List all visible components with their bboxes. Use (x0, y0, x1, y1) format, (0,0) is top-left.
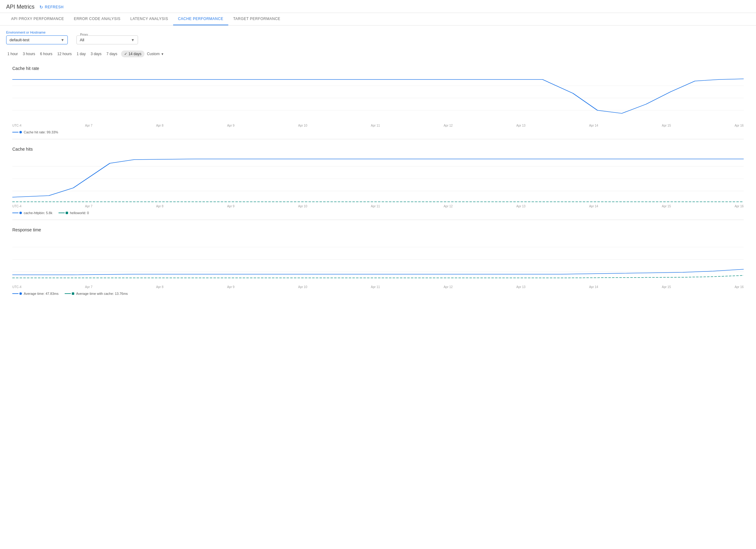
header: API Metrics ↻ REFRESH (0, 0, 756, 13)
all-charts: Cache hit rate UTC-4Apr 7Apr 8Apr 9Apr 1… (0, 61, 756, 300)
page-title: API Metrics (6, 4, 35, 10)
x-label: Apr 14 (589, 285, 598, 289)
x-label: Apr 16 (734, 285, 743, 289)
response-time-section: Response time UTC-4Apr 7Apr 8Apr 9Apr 10… (12, 222, 744, 300)
tab-api-proxy[interactable]: API PROXY PERFORMANCE (6, 13, 69, 25)
chevron-down-icon: ▼ (61, 38, 64, 42)
x-label: Apr 11 (371, 285, 380, 289)
x-label: Apr 11 (371, 205, 380, 208)
x-label: Apr 12 (444, 205, 453, 208)
x-label: Apr 16 (734, 124, 743, 127)
time-filter-7d[interactable]: 7 days (105, 51, 119, 57)
legend-cache-httpbin: cache-httpbin: 5.8k (12, 211, 52, 215)
x-label: Apr 14 (589, 124, 598, 127)
refresh-label: REFRESH (45, 5, 64, 9)
cache-hits-section: Cache hits UTC-4Apr 7Apr 8Apr 9Apr 10Apr… (12, 142, 744, 220)
response-time-x-axis: UTC-4Apr 7Apr 8Apr 9Apr 10Apr 11Apr 12Ap… (12, 284, 744, 290)
legend-cache-hit-rate: Cache hit rate: 99.33% (12, 130, 58, 134)
environment-value: default-test (10, 38, 61, 42)
legend-helloworld: helloworld: 0 (59, 211, 89, 215)
x-label: Apr 9 (227, 124, 234, 127)
time-filter-12h[interactable]: 12 hours (56, 51, 73, 57)
custom-label: Custom (147, 52, 160, 56)
tab-error-code[interactable]: ERROR CODE ANALYSIS (69, 13, 125, 25)
environment-select[interactable]: default-test ▼ (6, 35, 68, 44)
legend-helloworld-label: helloworld: 0 (70, 211, 89, 215)
x-label: Apr 14 (589, 205, 598, 208)
cache-hit-rate-x-axis: UTC-4Apr 7Apr 8Apr 9Apr 10Apr 11Apr 12Ap… (12, 123, 744, 128)
check-icon: ✓ (124, 52, 127, 56)
time-filter-bar: 1 hour3 hours6 hours12 hours1 day3 days7… (0, 49, 756, 61)
x-label: Apr 13 (516, 124, 525, 127)
filters-bar: Environment or Hostname default-test ▼ P… (0, 26, 756, 49)
time-filter-3h[interactable]: 3 hours (22, 51, 36, 57)
x-label: Apr 11 (371, 124, 380, 127)
time-filter-custom[interactable]: Custom▼ (147, 52, 164, 56)
cache-hit-rate-title: Cache hit rate (12, 61, 744, 73)
cache-hits-legend: cache-httpbin: 5.8k helloworld: 0 (12, 209, 744, 216)
x-label: Apr 8 (156, 205, 164, 208)
x-label: Apr 12 (444, 285, 453, 289)
x-label: Apr 9 (227, 205, 234, 208)
x-label: Apr 10 (298, 285, 307, 289)
x-label: UTC-4 (12, 205, 21, 208)
x-label: UTC-4 (12, 124, 21, 127)
environment-filter: Environment or Hostname default-test ▼ (6, 31, 68, 44)
x-label: Apr 13 (516, 285, 525, 289)
tab-latency[interactable]: LATENCY ANALYSIS (125, 13, 173, 25)
time-filter-1h[interactable]: 1 hour (6, 51, 19, 57)
x-label: Apr 15 (662, 124, 671, 127)
cache-hits-x-axis: UTC-4Apr 7Apr 8Apr 9Apr 10Apr 11Apr 12Ap… (12, 203, 744, 209)
response-time-title: Response time (12, 222, 744, 235)
legend-cache-httpbin-label: cache-httpbin: 5.8k (24, 211, 52, 215)
x-label: Apr 8 (156, 124, 164, 127)
x-label: Apr 15 (662, 285, 671, 289)
tab-target[interactable]: TARGET PERFORMANCE (228, 13, 285, 25)
chevron-down-icon: ▼ (161, 52, 164, 56)
cache-hit-rate-section: Cache hit rate UTC-4Apr 7Apr 8Apr 9Apr 1… (12, 61, 744, 139)
environment-label: Environment or Hostname (6, 31, 68, 34)
x-label: Apr 12 (444, 124, 453, 127)
cache-hit-rate-legend: Cache hit rate: 99.33% (12, 128, 744, 135)
cache-hits-title: Cache hits (12, 142, 744, 154)
x-label: Apr 8 (156, 285, 164, 289)
response-time-legend: Average time: 47.83ms Average time with … (12, 290, 744, 297)
legend-avg-time-label: Average time: 47.83ms (24, 292, 59, 295)
time-filter-14d[interactable]: ✓ 14 days (121, 51, 144, 57)
proxy-filter: Proxy All ▼ (76, 35, 138, 44)
x-label: Apr 7 (85, 205, 92, 208)
tab-cache[interactable]: CACHE PERFORMANCE (173, 13, 228, 25)
refresh-button[interactable]: ↻ REFRESH (39, 5, 63, 10)
x-label: Apr 7 (85, 124, 92, 127)
legend-avg-time: Average time: 47.83ms (12, 292, 59, 295)
x-label: Apr 15 (662, 205, 671, 208)
chevron-down-icon: ▼ (131, 38, 135, 42)
time-filter-6h[interactable]: 6 hours (39, 51, 54, 57)
x-label: Apr 9 (227, 285, 234, 289)
cache-hits-chart (12, 154, 744, 203)
x-label: Apr 10 (298, 205, 307, 208)
refresh-icon: ↻ (39, 5, 43, 10)
time-filter-3d[interactable]: 3 days (89, 51, 103, 57)
x-label: UTC-4 (12, 285, 21, 289)
x-label: Apr 10 (298, 124, 307, 127)
x-label: Apr 16 (734, 205, 743, 208)
x-label: Apr 13 (516, 205, 525, 208)
proxy-value: All (80, 38, 131, 42)
legend-avg-time-cache-label: Average time with cache: 13.76ms (76, 292, 128, 295)
cache-hit-rate-chart (12, 73, 744, 123)
x-label: Apr 7 (85, 285, 92, 289)
proxy-select[interactable]: All ▼ (76, 35, 138, 44)
response-time-chart (12, 235, 744, 284)
legend-avg-time-cache: Average time with cache: 13.76ms (65, 292, 128, 295)
legend-cache-hit-rate-label: Cache hit rate: 99.33% (24, 130, 58, 134)
time-filter-1d[interactable]: 1 day (75, 51, 87, 57)
tabs-bar: API PROXY PERFORMANCEERROR CODE ANALYSIS… (0, 13, 756, 26)
